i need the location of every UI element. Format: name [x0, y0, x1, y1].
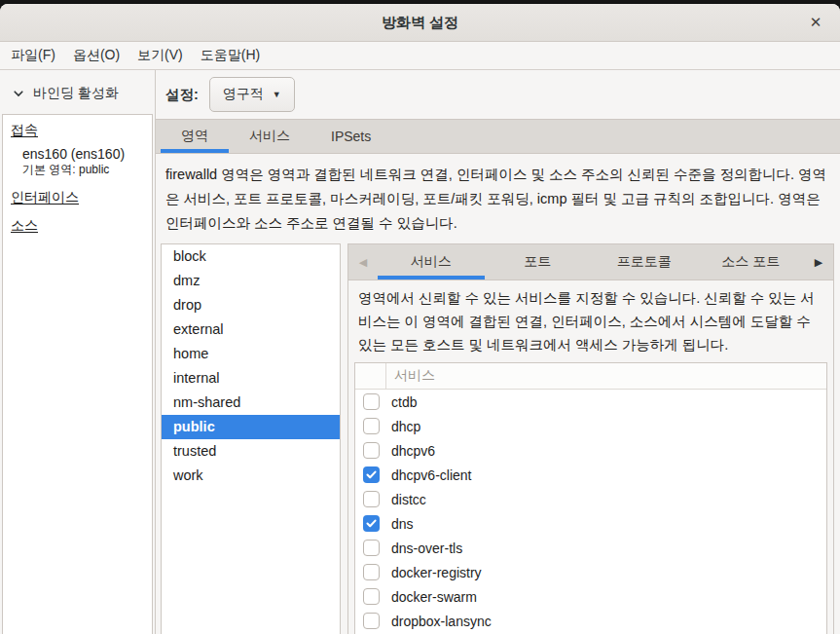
- zone-row-block[interactable]: block: [162, 244, 340, 269]
- detail-tab-label: 서비스: [411, 253, 452, 271]
- service-row: dhcpv6-client: [355, 463, 826, 487]
- checkbox-unchecked-icon[interactable]: [363, 564, 380, 580]
- service-name: docker-registry: [391, 565, 482, 580]
- binding-item[interactable]: ens160 (ens160): [3, 143, 152, 162]
- bindings-category[interactable]: 소스: [3, 210, 152, 239]
- detail-tab-서비스[interactable]: 서비스: [378, 244, 485, 280]
- detail-tab-포트[interactable]: 포트: [485, 244, 592, 280]
- detail-tab-label: 프로토콜: [617, 253, 672, 271]
- service-name: ctdb: [391, 394, 417, 410]
- configuration-dropdown[interactable]: 영구적 ▼: [209, 77, 295, 112]
- firewall-config-window: 방화벽 설정 ✕ 파일(F)옵션(O)보기(V)도움말(H) 바인딩 활성화 접…: [0, 4, 840, 634]
- zone-row-work[interactable]: work: [162, 464, 340, 488]
- service-row: ctdb: [355, 390, 826, 414]
- service-name: distcc: [391, 492, 426, 507]
- menu-item[interactable]: 옵션(O): [64, 42, 128, 69]
- menu-item[interactable]: 도움말(H): [192, 42, 269, 69]
- services-description: 영역에서 신뢰할 수 있는 서비스를 지정할 수 있습니다. 신뢰할 수 있는 …: [348, 280, 833, 360]
- zone-row-public[interactable]: public: [162, 415, 340, 439]
- active-detail-tab-underline: [378, 276, 485, 280]
- chevron-down-icon: [13, 88, 24, 99]
- zone-row-trusted[interactable]: trusted: [162, 439, 340, 464]
- zone-row-home[interactable]: home: [162, 342, 340, 366]
- bindings-tree: 접속ens160 (ens160)기본 영역: public인터페이스소스: [2, 114, 153, 634]
- service-row: dns: [355, 511, 826, 536]
- dropdown-caret-icon: ▼: [273, 90, 281, 99]
- zones-list: blockdmzdropexternalhomeinternalnm-share…: [161, 243, 341, 634]
- active-tab-underline: [161, 149, 229, 153]
- close-icon[interactable]: ✕: [801, 4, 830, 41]
- tab-IPSets[interactable]: IPSets: [310, 120, 391, 153]
- titlebar: 방화벽 설정 ✕: [0, 4, 840, 42]
- service-name: dhcpv6-client: [391, 467, 472, 483]
- services-column-header: 서비스: [386, 363, 435, 389]
- service-name: docker-swarm: [391, 589, 477, 605]
- window-title: 방화벽 설정: [382, 14, 458, 32]
- checkbox-checked-icon[interactable]: [363, 466, 380, 483]
- zone-row-external[interactable]: external: [162, 317, 340, 342]
- service-row: docker-swarm: [355, 584, 826, 609]
- tab-영역[interactable]: 영역: [161, 120, 229, 153]
- checkbox-checked-icon[interactable]: [363, 515, 380, 532]
- service-row: dns-over-tls: [355, 536, 826, 560]
- service-row: distcc: [355, 487, 826, 511]
- checkbox-unchecked-icon[interactable]: [363, 588, 380, 605]
- zone-detail-panel: ◀서비스포트프로토콜소스 포트▶ 영역에서 신뢰할 수 있는 서비스를 지정할 …: [347, 243, 834, 634]
- main-tabbar: 영역서비스IPSets: [156, 119, 840, 154]
- service-row: dropbox-lansync: [355, 609, 826, 633]
- active-bindings-label: 바인딩 활성화: [33, 85, 119, 102]
- service-name: dhcp: [391, 419, 420, 434]
- checkbox-unchecked-icon[interactable]: [363, 613, 380, 629]
- services-table: 서비스 ctdbdhcpdhcpv6dhcpv6-clientdistccdns…: [354, 362, 827, 634]
- service-name: dhcpv6: [391, 443, 435, 459]
- detail-tab-프로토콜[interactable]: 프로토콜: [591, 244, 698, 280]
- checkbox-column-header: [355, 363, 386, 389]
- checkbox-unchecked-icon[interactable]: [363, 442, 380, 459]
- bindings-category[interactable]: 인터페이스: [3, 182, 152, 210]
- service-row: dhcp: [355, 414, 826, 438]
- service-name: dns: [391, 516, 414, 532]
- menu-item[interactable]: 파일(F): [2, 42, 64, 69]
- configuration-label: 설정:: [165, 86, 199, 104]
- content: 바인딩 활성화 접속ens160 (ens160)기본 영역: public인터…: [0, 70, 840, 634]
- tabs-scroll-left-icon[interactable]: ◀: [348, 244, 378, 280]
- tab-label: 서비스: [249, 128, 290, 145]
- bindings-category-label: 접속: [11, 122, 38, 137]
- active-bindings-expander[interactable]: 바인딩 활성화: [0, 70, 155, 114]
- service-row: docker-registry: [355, 560, 826, 584]
- configuration-dropdown-value: 영구적: [223, 86, 264, 103]
- zone-row-nm-shared[interactable]: nm-shared: [162, 391, 340, 415]
- detail-tab-소스 포트[interactable]: 소스 포트: [698, 244, 805, 280]
- checkbox-unchecked-icon[interactable]: [363, 418, 380, 434]
- zone-description: firewalld 영역은 영역과 결합된 네트워크 연결, 인터페이스 및 소…: [156, 154, 840, 243]
- service-name: dropbox-lansync: [391, 614, 492, 629]
- zone-row-drop[interactable]: drop: [162, 293, 340, 317]
- configuration-row: 설정: 영구적 ▼: [156, 70, 840, 119]
- tab-서비스[interactable]: 서비스: [229, 120, 310, 153]
- services-table-header: 서비스: [355, 363, 826, 390]
- detail-tabbar: ◀서비스포트프로토콜소스 포트▶: [348, 244, 833, 280]
- main-area: 설정: 영구적 ▼ 영역서비스IPSets firewalld 영역은 영역과 …: [156, 70, 840, 634]
- bindings-category[interactable]: 접속: [3, 115, 152, 143]
- menubar: 파일(F)옵션(O)보기(V)도움말(H): [0, 42, 840, 70]
- checkbox-unchecked-icon[interactable]: [363, 393, 380, 410]
- service-row: dhcpv6: [355, 438, 826, 463]
- checkbox-unchecked-icon[interactable]: [363, 491, 380, 507]
- zone-row-internal[interactable]: internal: [162, 366, 340, 391]
- tabs-scroll-right-icon[interactable]: ▶: [804, 244, 833, 280]
- bindings-category-label: 소스: [11, 217, 38, 233]
- menu-item[interactable]: 보기(V): [128, 42, 192, 69]
- zone-panes: blockdmzdropexternalhomeinternalnm-share…: [156, 243, 840, 634]
- checkbox-unchecked-icon[interactable]: [363, 540, 380, 556]
- sidebar: 바인딩 활성화 접속ens160 (ens160)기본 영역: public인터…: [0, 70, 156, 634]
- detail-tab-label: 소스 포트: [721, 253, 780, 271]
- tab-label: 영역: [181, 128, 208, 145]
- service-name: dns-over-tls: [391, 541, 462, 556]
- detail-tab-label: 포트: [524, 253, 551, 271]
- tab-label: IPSets: [331, 129, 371, 144]
- binding-item-detail: 기본 영역: public: [3, 162, 152, 182]
- bindings-category-label: 인터페이스: [11, 189, 79, 205]
- zone-row-dmz[interactable]: dmz: [162, 269, 340, 293]
